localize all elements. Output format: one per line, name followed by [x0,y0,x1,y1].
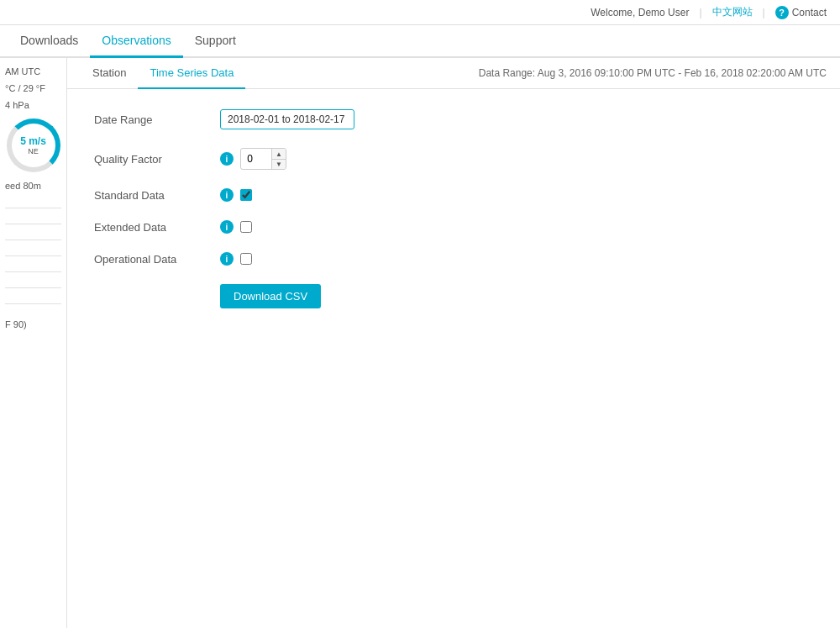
contact-label: Contact [792,7,827,18]
sidebar-lines [5,208,61,304]
spinner-up[interactable]: ▲ [272,149,286,159]
download-csv-button[interactable]: Download CSV [220,284,321,308]
wind-dir: NE [28,147,39,155]
extended-data-label: Extended Data [94,221,220,234]
operational-data-controls: i [220,252,252,266]
download-row: Download CSV [94,284,544,308]
operational-data-checkbox[interactable] [240,253,252,265]
nav-support[interactable]: Support [183,25,248,58]
standard-data-info-icon[interactable]: i [220,188,234,202]
date-range-input[interactable] [220,109,354,129]
quality-factor-controls: i ▲ ▼ [220,148,286,170]
standard-data-controls: i [220,188,252,202]
sidebar-pressure: 4 hPa [5,100,61,110]
date-range-row: Date Range [94,109,544,129]
sidebar-panel: AM UTC °C / 29 °F 4 hPa 5 m/s NE eed 80m… [0,58,67,628]
extended-data-controls: i [220,220,252,234]
tab-station[interactable]: Station [81,58,138,89]
date-range-label: Date Range [94,113,220,126]
quality-factor-input[interactable] [241,150,271,168]
standard-data-label: Standard Data [94,189,220,202]
main-nav: Downloads Observations Support [0,25,840,58]
tab-time-series[interactable]: Time Series Data [138,58,245,89]
sidebar-time: AM UTC [5,66,61,76]
quality-factor-row: Quality Factor i ▲ ▼ [94,148,544,170]
form-area: Date Range Quality Factor i ▲ ▼ [67,89,571,329]
extended-data-info-icon[interactable]: i [220,220,234,234]
wind-speed: 5 m/s [20,135,46,147]
lang-link[interactable]: 中文网站 [712,5,753,19]
extended-data-row: Extended Data i [94,220,544,234]
layout: AM UTC °C / 29 °F 4 hPa 5 m/s NE eed 80m… [0,58,840,628]
sub-tabs: Station Time Series Data Data Range: Aug… [67,58,840,89]
wind-gauge: 5 m/s NE [7,118,60,172]
spinner-down[interactable]: ▼ [272,159,286,169]
operational-data-label: Operational Data [94,253,220,266]
divider2: | [763,7,765,18]
top-bar: Welcome, Demo User | 中文网站 | ? Contact [0,0,840,25]
help-icon: ? [775,6,789,19]
sidebar-extra: F 90) [5,319,61,329]
data-range-info: Data Range: Aug 3, 2016 09:10:00 PM UTC … [479,67,827,79]
main-content: Station Time Series Data Data Range: Aug… [67,58,840,628]
contact-link[interactable]: ? Contact [775,6,827,19]
nav-observations[interactable]: Observations [90,25,182,58]
welcome-text: Welcome, Demo User [591,7,689,18]
sidebar-wind-label: eed 80m [5,181,61,191]
extended-data-checkbox[interactable] [240,221,252,233]
data-range-value: Aug 3, 2016 09:10:00 PM UTC - Feb 16, 20… [538,67,827,79]
data-range-label: Data Range: [479,67,535,79]
nav-downloads[interactable]: Downloads [8,25,90,58]
divider: | [699,7,701,18]
sidebar-temp: °C / 29 °F [5,83,61,93]
quality-factor-info-icon[interactable]: i [220,152,234,166]
spinner-buttons: ▲ ▼ [271,149,286,169]
standard-data-checkbox[interactable] [240,189,252,201]
operational-data-info-icon[interactable]: i [220,252,234,266]
quality-factor-label: Quality Factor [94,153,220,166]
quality-factor-spinner: ▲ ▼ [240,148,286,170]
operational-data-row: Operational Data i [94,252,544,266]
standard-data-row: Standard Data i [94,188,544,202]
date-range-controls [220,109,354,129]
